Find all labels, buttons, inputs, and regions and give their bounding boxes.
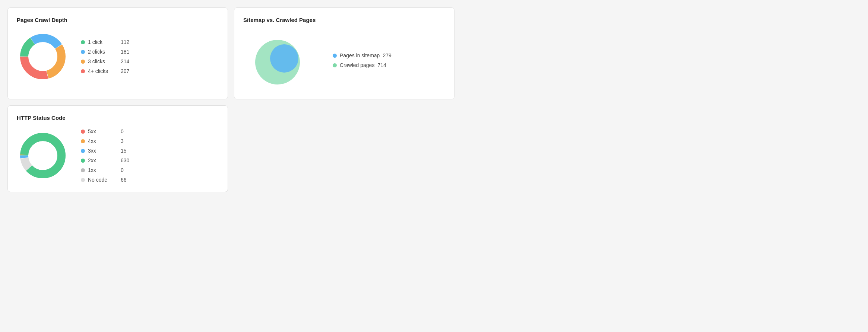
- svg-point-8: [24, 137, 61, 174]
- legend-label-3xx: 3xx: [88, 148, 118, 154]
- legend-dot-sitemap: [333, 54, 337, 58]
- legend-value-2clicks: 181: [121, 49, 129, 55]
- sitemap-legend: Pages in sitemap 279 Crawled pages 714: [333, 52, 392, 68]
- legend-item-2xx: 2xx 630: [81, 157, 129, 163]
- crawl-depth-card: Pages Crawl Depth: [7, 7, 228, 99]
- legend-value-3clicks: 214: [121, 58, 129, 64]
- venn-svg: [251, 31, 310, 90]
- legend-value-nocode: 66: [121, 177, 127, 183]
- legend-label-crawled: Crawled pages: [340, 62, 374, 68]
- legend-label-4xx: 4xx: [88, 138, 118, 144]
- legend-dot-4xx: [81, 139, 85, 143]
- legend-item-2clicks: 2 clicks 181: [81, 49, 129, 55]
- legend-dot-1click: [81, 40, 85, 44]
- crawl-depth-donut: [17, 31, 69, 83]
- http-status-card: HTTP Status Code: [7, 105, 228, 192]
- legend-value-sitemap: 279: [383, 52, 391, 58]
- legend-dot-2xx: [81, 159, 85, 163]
- legend-label-sitemap: Pages in sitemap: [340, 52, 380, 58]
- legend-dot-crawled: [333, 63, 337, 67]
- legend-dot-2clicks: [81, 50, 85, 54]
- http-status-donut: [17, 130, 69, 182]
- http-status-legend: 5xx 0 4xx 3 3xx 15 2xx 630: [81, 128, 129, 183]
- legend-label-5xx: 5xx: [88, 128, 118, 134]
- legend-value-5xx: 0: [121, 128, 124, 134]
- legend-item-4clicks: 4+ clicks 207: [81, 68, 129, 74]
- legend-dot-5xx: [81, 130, 85, 134]
- legend-label-1xx: 1xx: [88, 167, 118, 173]
- sitemap-title: Sitemap vs. Crawled Pages: [243, 17, 445, 23]
- svg-point-6: [270, 44, 298, 73]
- crawl-depth-legend: 1 click 112 2 clicks 181 3 clicks 214 4+…: [81, 39, 129, 74]
- http-status-title: HTTP Status Code: [17, 115, 219, 121]
- venn-diagram: [251, 31, 310, 90]
- crawl-depth-svg: [17, 31, 69, 83]
- sitemap-card: Sitemap vs. Crawled Pages Pages in sitem…: [234, 7, 454, 99]
- legend-value-1xx: 0: [121, 167, 124, 173]
- legend-item-1click: 1 click 112: [81, 39, 129, 45]
- legend-item-5xx: 5xx 0: [81, 128, 129, 134]
- legend-dot-3xx: [81, 149, 85, 153]
- legend-value-3xx: 15: [121, 148, 127, 154]
- legend-item-3xx: 3xx 15: [81, 148, 129, 154]
- legend-dot-nocode: [81, 178, 85, 182]
- legend-value-4clicks: 207: [121, 68, 129, 74]
- legend-item-4xx: 4xx 3: [81, 138, 129, 144]
- sitemap-chart-area: Pages in sitemap 279 Crawled pages 714: [243, 31, 445, 90]
- legend-value-4xx: 3: [121, 138, 124, 144]
- legend-item-crawled: Crawled pages 714: [333, 62, 392, 68]
- http-status-svg: [17, 130, 69, 182]
- legend-value-2xx: 630: [121, 157, 129, 163]
- crawl-depth-title: Pages Crawl Depth: [17, 17, 219, 23]
- legend-label-3clicks: 3 clicks: [88, 58, 118, 64]
- legend-item-3clicks: 3 clicks 214: [81, 58, 129, 64]
- http-status-chart-area: 5xx 0 4xx 3 3xx 15 2xx 630: [17, 128, 219, 183]
- legend-dot-4clicks: [81, 69, 85, 73]
- legend-label-4clicks: 4+ clicks: [88, 68, 118, 74]
- crawl-depth-chart-area: 1 click 112 2 clicks 181 3 clicks 214 4+…: [17, 31, 219, 83]
- legend-label-2xx: 2xx: [88, 157, 118, 163]
- legend-dot-3clicks: [81, 60, 85, 64]
- legend-value-1click: 112: [121, 39, 129, 45]
- legend-dot-1xx: [81, 168, 85, 172]
- legend-label-nocode: No code: [88, 177, 118, 183]
- legend-label-2clicks: 2 clicks: [88, 49, 118, 55]
- legend-label-1click: 1 click: [88, 39, 118, 45]
- legend-value-crawled: 714: [377, 62, 386, 68]
- legend-item-nocode: No code 66: [81, 177, 129, 183]
- legend-item-sitemap: Pages in sitemap 279: [333, 52, 392, 58]
- legend-item-1xx: 1xx 0: [81, 167, 129, 173]
